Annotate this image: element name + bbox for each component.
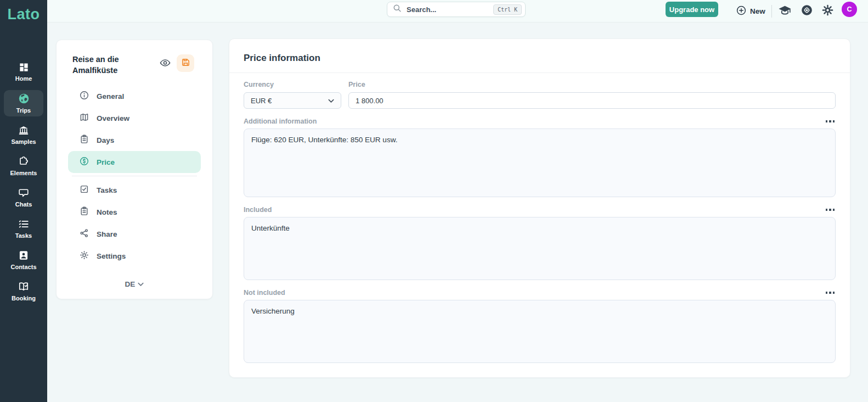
new-button[interactable]: New xyxy=(736,0,765,23)
additional-information-section: Additional information Flüge: 620 EUR, U… xyxy=(244,118,836,197)
additional-information-label: Additional information xyxy=(244,118,317,125)
help-button[interactable] xyxy=(801,0,813,23)
life-buoy-icon xyxy=(801,4,813,18)
plus-circle-icon xyxy=(736,5,746,17)
trip-menu-item-days[interactable]: Days xyxy=(68,129,201,151)
search-bar[interactable]: Ctrl K xyxy=(387,2,526,17)
additional-information-textarea[interactable]: Flüge: 620 EUR, Unterkünfte: 850 EUR usw… xyxy=(244,129,836,197)
trip-menu-label: General xyxy=(97,92,124,101)
app-sidebar: Lato Home Trips Samples Elements Chats T… xyxy=(0,0,47,402)
graduation-cap-icon xyxy=(778,4,792,19)
sidebar-item-samples[interactable]: Samples xyxy=(4,121,43,148)
trip-menu-label: Overview xyxy=(97,114,129,122)
sidebar-item-tasks[interactable]: Tasks xyxy=(4,215,43,242)
trip-menu-label: Price xyxy=(97,158,115,166)
puzzle-icon xyxy=(18,156,29,167)
sidebar-item-label: Samples xyxy=(11,138,36,145)
trip-menu-item-settings[interactable]: Settings xyxy=(68,245,201,267)
trip-menu-item-overview[interactable]: Overview xyxy=(68,107,201,129)
trip-menu-item-price[interactable]: Price xyxy=(68,151,201,173)
globe-icon xyxy=(18,93,30,104)
more-options-button[interactable] xyxy=(825,206,836,213)
trip-header: Reise an die Amalfiküste xyxy=(57,40,212,76)
language-selector[interactable]: DE xyxy=(57,280,212,288)
currency-field: Currency EUR € xyxy=(244,81,341,109)
trip-menu-label: Notes xyxy=(97,208,117,216)
more-options-button[interactable] xyxy=(825,118,836,125)
trip-menu-item-notes[interactable]: Notes xyxy=(68,201,201,223)
more-options-button[interactable] xyxy=(825,289,836,296)
trip-panel: Reise an die Amalfiküste General Overvie… xyxy=(56,40,213,299)
search-icon xyxy=(393,4,402,15)
currency-value: EUR € xyxy=(251,97,272,105)
not-included-label: Not included xyxy=(244,289,285,297)
preview-button[interactable] xyxy=(160,58,171,70)
sidebar-item-contacts[interactable]: Contacts xyxy=(4,247,43,273)
trip-menu: General Overview Days Price Tasks Notes … xyxy=(57,85,212,267)
map-icon xyxy=(80,113,89,124)
price-field: Price xyxy=(348,81,836,109)
currency-select[interactable]: EUR € xyxy=(244,92,341,109)
gear-icon xyxy=(80,250,89,261)
included-textarea[interactable]: Unterkünfte xyxy=(244,217,836,280)
tasks-icon xyxy=(18,219,29,230)
notes-icon xyxy=(80,206,89,217)
trip-menu-divider xyxy=(72,176,197,176)
topbar: Ctrl K Upgrade now New C xyxy=(47,0,868,23)
sidebar-item-label: Home xyxy=(15,75,32,82)
sidebar-nav: Home Trips Samples Elements Chats Tasks … xyxy=(0,59,47,304)
sidebar-item-label: Trips xyxy=(16,107,31,114)
currency-label: Currency xyxy=(244,81,341,88)
bank-icon xyxy=(18,125,29,136)
eye-icon xyxy=(160,60,171,69)
trip-menu-item-general[interactable]: General xyxy=(68,85,201,107)
academy-button[interactable] xyxy=(778,0,792,23)
price-input[interactable] xyxy=(348,92,836,109)
sidebar-item-label: Tasks xyxy=(15,232,32,239)
search-shortcut-badge: Ctrl K xyxy=(493,4,522,15)
sidebar-item-label: Booking xyxy=(12,295,36,302)
sidebar-item-elements[interactable]: Elements xyxy=(4,153,43,179)
topbar-divider xyxy=(771,5,772,18)
price-information-card: Price information Currency EUR € Price A… xyxy=(229,38,850,378)
floppy-disk-icon xyxy=(181,58,190,69)
sidebar-item-trips[interactable]: Trips xyxy=(4,90,43,116)
search-input[interactable] xyxy=(407,5,488,14)
settings-button[interactable] xyxy=(822,0,833,23)
share-icon xyxy=(80,228,89,239)
sidebar-item-chats[interactable]: Chats xyxy=(4,184,43,210)
clipboard-icon xyxy=(80,135,89,146)
chevron-down-icon xyxy=(138,280,144,288)
sidebar-item-label: Elements xyxy=(10,170,37,176)
user-avatar[interactable]: C xyxy=(842,2,857,17)
trip-menu-item-share[interactable]: Share xyxy=(68,223,201,245)
trip-menu-label: Settings xyxy=(97,252,126,260)
included-label: Included xyxy=(244,206,272,214)
not-included-textarea[interactable]: Versicherung xyxy=(244,300,836,363)
contact-card-icon xyxy=(18,250,29,261)
not-included-section: Not included Versicherung xyxy=(244,289,836,363)
sidebar-item-label: Chats xyxy=(15,201,32,208)
sidebar-item-label: Contacts xyxy=(10,264,36,270)
trip-menu-item-tasks[interactable]: Tasks xyxy=(68,179,201,201)
language-label: DE xyxy=(125,280,136,288)
checkbox-icon xyxy=(80,185,89,196)
trip-menu-label: Days xyxy=(97,136,114,144)
trip-menu-label: Share xyxy=(97,230,117,238)
gear-icon xyxy=(822,4,833,18)
sidebar-item-booking[interactable]: Booking xyxy=(4,278,43,304)
booking-icon xyxy=(18,281,29,292)
included-section: Included Unterkünfte xyxy=(244,206,836,280)
price-form: Currency EUR € Price Additional informat… xyxy=(229,73,850,363)
trip-title: Reise an die Amalfiküste xyxy=(72,54,157,76)
app-logo: Lato xyxy=(0,6,47,23)
chat-icon xyxy=(18,187,29,198)
dollar-circle-icon xyxy=(80,157,89,168)
trip-menu-label: Tasks xyxy=(97,186,117,194)
upgrade-now-button[interactable]: Upgrade now xyxy=(666,2,718,17)
price-label: Price xyxy=(348,81,836,88)
page-title: Price information xyxy=(229,39,850,72)
chevron-down-icon xyxy=(328,97,334,105)
save-button[interactable] xyxy=(177,54,194,72)
sidebar-item-home[interactable]: Home xyxy=(4,59,43,85)
